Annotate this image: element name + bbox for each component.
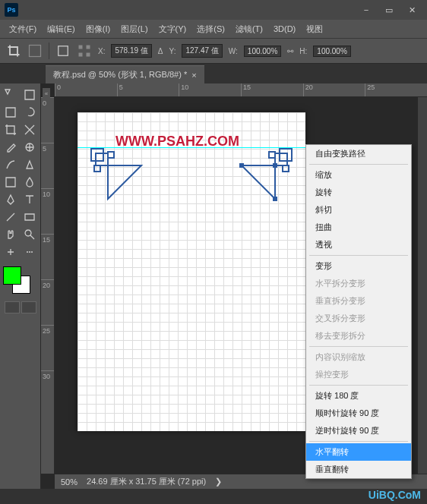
link-icon[interactable]: ⚯ bbox=[287, 47, 293, 55]
crop-tool[interactable] bbox=[2, 121, 20, 138]
restore-button[interactable]: ▭ bbox=[378, 3, 400, 17]
title-bar: Ps − ▭ ✕ bbox=[0, 0, 427, 20]
menu-item[interactable]: 编辑(E) bbox=[43, 22, 80, 36]
selection-tool[interactable] bbox=[21, 139, 39, 156]
vertical-ruler[interactable]: 051015202530 bbox=[41, 97, 55, 474]
blur-tool[interactable] bbox=[21, 174, 39, 191]
marquee-tool[interactable] bbox=[2, 104, 20, 121]
brush-tool[interactable] bbox=[2, 156, 20, 173]
context-menu-item[interactable]: 水平翻转 bbox=[306, 443, 411, 461]
ruler-tick: 5 bbox=[117, 83, 179, 96]
context-menu-item[interactable]: 垂直翻转 bbox=[306, 461, 411, 478]
foreground-swatch[interactable] bbox=[3, 266, 21, 285]
standard-mode-icon[interactable] bbox=[5, 301, 20, 313]
y-value[interactable]: 127.47 值 bbox=[182, 44, 222, 58]
hand-tool[interactable] bbox=[2, 226, 20, 243]
document-tab[interactable]: 教程.psd @ 50% (形状 1, RGB/8#) * × bbox=[46, 65, 204, 83]
menu-item[interactable]: 文字(Y) bbox=[154, 22, 191, 36]
path-tool[interactable] bbox=[2, 209, 20, 225]
clone-tool[interactable] bbox=[21, 156, 39, 173]
context-menu-item[interactable]: 旋转 bbox=[306, 184, 411, 201]
menu-item[interactable]: 图层(L) bbox=[116, 22, 152, 36]
ruler-tick: 15 bbox=[241, 83, 303, 96]
svg-rect-13 bbox=[269, 152, 275, 158]
context-menu-item: 垂直拆分变形 bbox=[306, 292, 411, 310]
context-menu-item[interactable]: 扭曲 bbox=[306, 219, 411, 236]
menu-item[interactable]: 图像(I) bbox=[81, 22, 115, 36]
delta-icon: Δ bbox=[158, 47, 163, 55]
ruler-tick: 0 bbox=[55, 83, 117, 96]
close-button[interactable]: ✕ bbox=[401, 3, 422, 17]
svg-rect-0 bbox=[30, 46, 41, 57]
h-label: H: bbox=[299, 47, 307, 55]
svg-rect-7 bbox=[96, 153, 108, 165]
edit-toolbar[interactable] bbox=[2, 244, 20, 260]
vector-shape-right[interactable] bbox=[234, 146, 295, 206]
document-canvas[interactable]: WWW.PSAHZ.COM bbox=[77, 112, 305, 431]
shape-tool[interactable] bbox=[21, 209, 39, 225]
h-value[interactable]: 100.00% bbox=[313, 46, 350, 57]
chevron-right-icon[interactable]: ❯ bbox=[215, 477, 222, 487]
options-icon[interactable] bbox=[27, 43, 43, 58]
context-menu-item: 水平拆分变形 bbox=[306, 275, 411, 292]
svg-rect-15 bbox=[274, 164, 277, 167]
context-menu-item[interactable]: 顺时针旋转 90 度 bbox=[306, 405, 411, 422]
vector-shape-left[interactable] bbox=[88, 146, 149, 206]
tab-title: 教程.psd @ 50% (形状 1, RGB/8#) * bbox=[53, 69, 187, 80]
minimize-button[interactable]: − bbox=[356, 3, 377, 17]
menu-separator bbox=[309, 255, 408, 256]
x-label: X: bbox=[98, 47, 105, 55]
svg-rect-8 bbox=[94, 165, 100, 172]
document-tab-bar: 教程.psd @ 50% (形状 1, RGB/8#) * × bbox=[0, 64, 427, 83]
menu-separator bbox=[309, 385, 408, 386]
collapse-toolbox-icon[interactable]: « bbox=[43, 88, 50, 99]
svg-rect-1 bbox=[59, 46, 68, 56]
eyedropper-tool[interactable] bbox=[2, 139, 20, 156]
ruler-tick: 30 bbox=[41, 370, 54, 416]
menu-separator bbox=[309, 346, 408, 347]
svg-rect-5 bbox=[87, 53, 90, 57]
context-menu-item[interactable]: 透视 bbox=[306, 236, 411, 254]
lasso-tool[interactable] bbox=[21, 104, 39, 121]
context-menu-item[interactable]: 旋转 180 度 bbox=[306, 387, 411, 405]
y-label: Y: bbox=[169, 47, 176, 55]
gradient-tool[interactable] bbox=[2, 174, 20, 191]
main-menubar: 文件(F)编辑(E)图像(I)图层(L)文字(Y)选择(S)滤镜(T)3D(D)… bbox=[0, 20, 427, 38]
horizontal-ruler[interactable]: 0510152025 bbox=[55, 83, 427, 97]
screen-mode-icon[interactable] bbox=[21, 301, 36, 313]
crop-indicator-icon[interactable] bbox=[6, 43, 21, 58]
vertical-scrollbar[interactable] bbox=[418, 97, 427, 474]
type-tool[interactable] bbox=[21, 191, 39, 208]
tab-close-icon[interactable]: × bbox=[191, 71, 196, 80]
svg-rect-6 bbox=[91, 149, 103, 161]
separator bbox=[49, 43, 49, 59]
layer-icon[interactable] bbox=[55, 43, 71, 58]
svg-rect-4 bbox=[79, 53, 83, 57]
menu-item[interactable]: 文件(F) bbox=[5, 22, 41, 36]
menu-separator bbox=[309, 164, 408, 165]
artboard-tool[interactable] bbox=[21, 87, 39, 103]
menu-separator bbox=[309, 441, 408, 442]
more-tools[interactable] bbox=[21, 244, 39, 260]
move-tool[interactable] bbox=[2, 87, 20, 103]
context-menu-item[interactable]: 逆时针旋转 90 度 bbox=[306, 422, 411, 439]
frame-tool[interactable] bbox=[21, 121, 39, 138]
x-value[interactable]: 578.19 值 bbox=[111, 44, 151, 58]
context-menu-item: 内容识别缩放 bbox=[306, 348, 411, 366]
menu-item[interactable]: 3D(D) bbox=[269, 23, 300, 35]
color-swatches[interactable] bbox=[2, 266, 32, 297]
pen-tool[interactable] bbox=[2, 191, 20, 208]
context-menu-item[interactable]: 自由变换路径 bbox=[306, 145, 411, 162]
menu-item[interactable]: 视图 bbox=[302, 22, 327, 36]
menu-item[interactable]: 选择(S) bbox=[192, 22, 229, 36]
context-menu-item[interactable]: 变形 bbox=[306, 257, 411, 275]
context-menu-item[interactable]: 斜切 bbox=[306, 201, 411, 219]
menu-item[interactable]: 滤镜(T) bbox=[231, 22, 267, 36]
w-value[interactable]: 100.00% bbox=[244, 46, 281, 57]
context-menu-item[interactable]: 缩放 bbox=[306, 166, 411, 184]
zoom-level[interactable]: 50% bbox=[61, 477, 77, 487]
quickmask-toggle[interactable] bbox=[2, 301, 39, 313]
anchor-icon[interactable] bbox=[77, 43, 92, 58]
zoom-tool[interactable] bbox=[21, 226, 39, 243]
document-dimensions: 24.69 厘米 x 31.75 厘米 (72 ppi) bbox=[87, 476, 206, 487]
